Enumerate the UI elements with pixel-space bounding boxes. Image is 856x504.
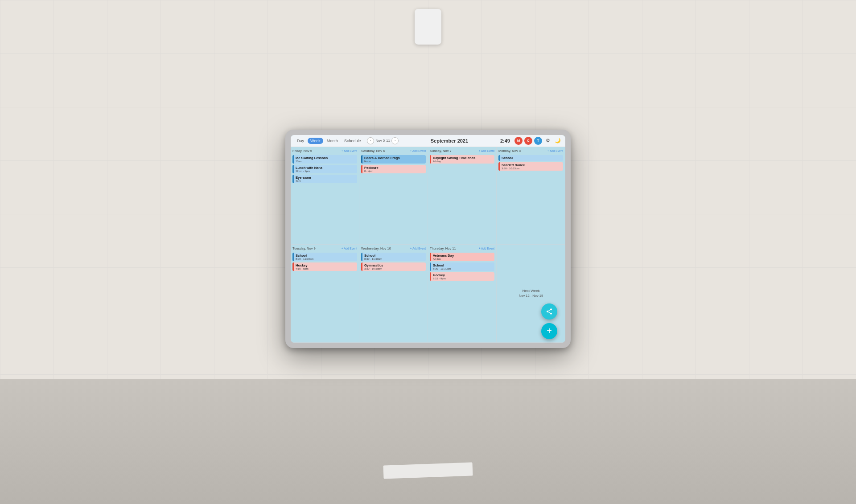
calendar-grid: Friday, Nov 5 + Add Event Ice Skating Le… bbox=[291, 147, 565, 343]
event-school-wed[interactable]: School 8:30 - 11:30am bbox=[361, 253, 426, 261]
day-label-tue: Tuesday, Nov 9 bbox=[292, 246, 316, 250]
event-title: Eye exam bbox=[296, 176, 355, 180]
event-title: School bbox=[433, 263, 493, 267]
day-header-sat: Saturday, Nov 6 + Add Event bbox=[361, 149, 426, 153]
add-event-fri[interactable]: + Add Event bbox=[342, 149, 357, 152]
event-title: Hockey bbox=[296, 263, 355, 267]
night-mode-icon[interactable]: 🌙 bbox=[554, 137, 562, 145]
day-label-mon: Monday, Nov 8 bbox=[498, 149, 521, 153]
calendar-title: September 2021 bbox=[401, 138, 498, 143]
event-time: 3:30 - 10:15pm bbox=[502, 167, 561, 170]
event-bears-frogs[interactable]: Bears & Horned Frogs Noon bbox=[361, 155, 426, 164]
day-monday-nov8: Monday, Nov 8 + Add Event School Scarlet… bbox=[497, 147, 565, 245]
event-hockey-thu[interactable]: Hockey 8:15 - 9pm bbox=[430, 272, 494, 281]
tablet-frame: Day Week Month Schedule ‹ Nov 5-11 › Sep… bbox=[285, 130, 571, 348]
day-wednesday-nov10: Wednesday, Nov 10 + Add Event School 8:3… bbox=[359, 245, 428, 343]
event-title: Hockey bbox=[433, 273, 493, 277]
event-time: 3:30 - 10:30pm bbox=[364, 267, 424, 270]
event-title: Ice Skating Lessons bbox=[296, 156, 355, 160]
next-week-area: Next Week Nov 12 - Nov 19 bbox=[519, 289, 543, 298]
avatar-m[interactable]: M bbox=[514, 137, 523, 145]
event-time: 8:15 - 9pm bbox=[433, 277, 493, 280]
counter-surface bbox=[0, 379, 856, 504]
event-title: Daylight Saving Time ends bbox=[433, 156, 493, 160]
share-fab-button[interactable] bbox=[541, 303, 557, 320]
day-label-wed: Wednesday, Nov 10 bbox=[361, 246, 391, 250]
event-time: All day bbox=[433, 258, 493, 260]
event-time: 4:15 - 5pm bbox=[296, 267, 355, 270]
day-header-thu: Thursday, Nov 11 + Add Event bbox=[430, 246, 494, 250]
view-tabs: Day Week Month Schedule bbox=[294, 138, 363, 144]
event-time: All day bbox=[433, 160, 493, 163]
event-time: 12pm - 1pm bbox=[296, 170, 355, 172]
day-sunday-nov7: Sunday, Nov 7 + Add Event Daylight Savin… bbox=[428, 147, 497, 245]
event-time: 8:30 - 11:30am bbox=[296, 258, 355, 260]
event-lunch-nana[interactable]: Lunch with Nana 12pm - 1pm bbox=[292, 165, 357, 173]
add-event-thu[interactable]: + Add Event bbox=[479, 247, 494, 250]
event-scarlett-dance[interactable]: Scarlett Dance 3:30 - 10:15pm bbox=[498, 162, 563, 171]
event-title: Bears & Horned Frogs bbox=[364, 156, 424, 160]
calendar-header: Day Week Month Schedule ‹ Nov 5-11 › Sep… bbox=[291, 135, 565, 147]
event-pedicure[interactable]: Pedicure 8 - 4pm bbox=[361, 165, 426, 173]
charger bbox=[415, 9, 441, 45]
event-eye-exam[interactable]: Eye exam 4pm bbox=[292, 175, 357, 183]
event-title: School bbox=[502, 156, 561, 160]
tab-day[interactable]: Day bbox=[294, 138, 307, 144]
event-title: Lunch with Nana bbox=[296, 166, 355, 170]
day-header-tue: Tuesday, Nov 9 + Add Event bbox=[292, 246, 357, 250]
day-friday-nov5: Friday, Nov 5 + Add Event Ice Skating Le… bbox=[291, 147, 359, 245]
event-time: 8:30 - 11:30am bbox=[364, 258, 424, 260]
event-time: 10am bbox=[296, 160, 355, 163]
avatar-t[interactable]: T bbox=[534, 137, 542, 145]
next-week-label: Next Week bbox=[523, 289, 540, 293]
event-dst[interactable]: Daylight Saving Time ends All day bbox=[430, 155, 494, 164]
settings-icon[interactable]: ⚙ bbox=[544, 137, 552, 145]
add-event-sat[interactable]: + Add Event bbox=[410, 149, 426, 152]
day-saturday-nov6: Saturday, Nov 6 + Add Event Bears & Horn… bbox=[359, 147, 428, 245]
event-school-thu[interactable]: School 8:30 - 11:30am bbox=[430, 262, 494, 271]
prev-week-button[interactable]: ‹ bbox=[367, 137, 374, 144]
next-week-range: Nov 12 - Nov 19 bbox=[519, 294, 543, 298]
tablet-screen: Day Week Month Schedule ‹ Nov 5-11 › Sep… bbox=[291, 135, 565, 343]
tab-month[interactable]: Month bbox=[324, 138, 341, 144]
add-event-fab-button[interactable]: + bbox=[541, 323, 557, 339]
event-title: School bbox=[364, 254, 424, 258]
day-tuesday-nov9: Tuesday, Nov 9 + Add Event School 8:30 -… bbox=[291, 245, 359, 343]
day-header-wed: Wednesday, Nov 10 + Add Event bbox=[361, 246, 426, 250]
event-title: Gymnastics bbox=[364, 263, 424, 267]
add-event-tue[interactable]: + Add Event bbox=[342, 247, 357, 250]
week-range: Nov 5-11 bbox=[375, 139, 390, 143]
fab-container: + bbox=[541, 303, 557, 339]
avatar-c[interactable]: C bbox=[524, 137, 532, 145]
event-gymnastics[interactable]: Gymnastics 3:30 - 10:30pm bbox=[361, 262, 426, 271]
event-time: 4pm bbox=[296, 180, 355, 182]
header-icons: M C T ⚙ 🌙 bbox=[514, 137, 562, 145]
day-header-fri: Friday, Nov 5 + Add Event bbox=[292, 149, 357, 153]
next-week-button[interactable]: › bbox=[391, 137, 399, 144]
day-header-mon: Monday, Nov 8 + Add Event bbox=[498, 149, 563, 153]
tab-schedule[interactable]: Schedule bbox=[342, 138, 364, 144]
event-ice-skating[interactable]: Ice Skating Lessons 10am bbox=[292, 155, 357, 164]
event-hockey-tue[interactable]: Hockey 4:15 - 5pm bbox=[292, 262, 357, 271]
nav-controls: ‹ Nov 5-11 › bbox=[367, 137, 398, 144]
event-title: Pedicure bbox=[364, 166, 424, 170]
day-label-sat: Saturday, Nov 6 bbox=[361, 149, 385, 153]
day-label-sun: Sunday, Nov 7 bbox=[430, 149, 452, 153]
add-event-wed[interactable]: + Add Event bbox=[410, 247, 426, 250]
event-title: Veterans Day bbox=[433, 254, 493, 258]
event-time: 8:30 - 11:30am bbox=[433, 267, 493, 270]
current-time: 2:49 bbox=[500, 138, 510, 143]
day-header-sun: Sunday, Nov 7 + Add Event bbox=[430, 149, 494, 153]
day-thursday-nov11: Thursday, Nov 11 + Add Event Veterans Da… bbox=[428, 245, 497, 343]
event-time: Noon bbox=[364, 160, 424, 163]
event-time: 8 - 4pm bbox=[364, 170, 424, 172]
day-label-thu: Thursday, Nov 11 bbox=[430, 246, 456, 250]
add-event-sun[interactable]: + Add Event bbox=[479, 149, 494, 152]
add-event-mon[interactable]: + Add Event bbox=[547, 149, 563, 152]
event-veterans-day[interactable]: Veterans Day All day bbox=[430, 253, 494, 261]
event-school-mon[interactable]: School bbox=[498, 155, 563, 161]
event-school-tue[interactable]: School 8:30 - 11:30am bbox=[292, 253, 357, 261]
event-title: School bbox=[296, 254, 355, 258]
tab-week[interactable]: Week bbox=[308, 138, 323, 144]
day-label-fri: Friday, Nov 5 bbox=[292, 149, 312, 153]
